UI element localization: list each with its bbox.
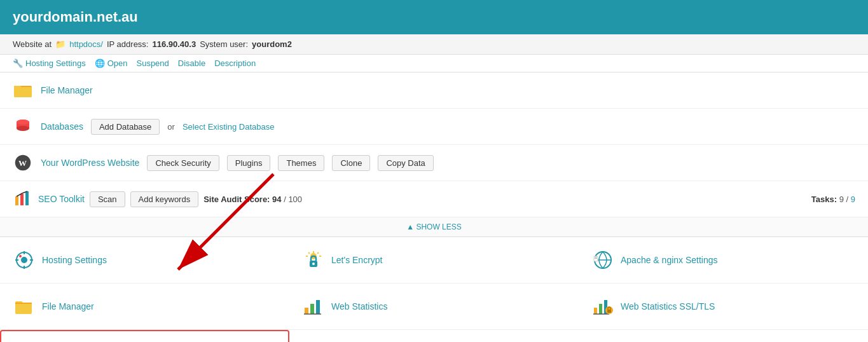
svg-rect-31 [595,258,597,259]
wordpress-icon: W [13,153,33,173]
tasks-info: Tasks: 9 / 9 [811,195,855,204]
web-statistics-ssl-label: Web Statistics SSL/TLS [621,301,715,311]
web-statistics-item[interactable]: Web Statistics [289,284,579,330]
svg-rect-16 [15,259,18,261]
header: yourdomain.net.au [0,0,868,34]
svg-rect-17 [30,259,33,261]
show-less-label: SHOW LESS [416,222,461,231]
svg-rect-38 [599,304,602,314]
hosting-settings-nav[interactable]: 🔧 Hosting Settings [13,58,86,68]
apache-nginx-label: Apache & nginx Settings [621,255,718,265]
httpdocs-link[interactable]: httpdocs/ [69,39,103,49]
svg-rect-35 [316,300,320,314]
main-content: File Manager Databases Add Database or S… [0,72,868,342]
scan-button[interactable]: Scan [90,191,125,207]
show-less-bar[interactable]: ▲ SHOW LESS [0,217,868,237]
database-icon [13,116,33,137]
seo-row: SEO Toolkit Scan Add keywords Site Audit… [0,181,868,217]
or-label: or [167,122,175,132]
ssl-tls-item[interactable]: SSL/TLS Certificates [0,330,289,342]
select-existing-database-link[interactable]: Select Existing Database [183,122,275,132]
folder-icon [13,80,33,100]
file-manager-2-label: File Manager [42,301,94,311]
website-importing-item[interactable]: Website Importing [579,330,868,342]
seo-toolkit-link[interactable]: SEO Toolkit [38,194,85,204]
open-nav-label: Open [107,58,128,68]
description-nav-label: Description [214,58,256,68]
ip-value: 116.90.40.3 [152,39,196,49]
folder2-icon [13,295,36,318]
svg-point-4 [17,126,29,131]
file-manager-2-item[interactable]: File Manager [0,284,289,330]
open-icon: 🌐 [95,58,105,68]
clone-button[interactable]: Clone [332,155,370,171]
stats-ssl-icon [591,295,614,318]
add-database-button[interactable]: Add Database [91,119,160,135]
svg-rect-42 [607,310,611,313]
svg-text:W: W [18,158,27,168]
svg-rect-34 [310,304,314,314]
databases-row: Databases Add Database or Select Existin… [0,109,868,145]
site-title: yourdomain.net.au [13,9,138,25]
apache-icon [591,249,614,271]
system-user-label: System user: [200,39,248,49]
show-less-arrow: ▲ [406,222,414,231]
wordpress-link[interactable]: Your WordPress Website [41,158,139,168]
web-app-firewall-item[interactable]: Web Application Firewall [289,330,579,342]
lets-encrypt-item[interactable]: Let's Encrypt [289,237,579,284]
disable-nav-label: Disable [178,58,205,68]
system-user-value: yourdom2 [252,39,292,49]
svg-rect-30 [595,257,597,257]
copy-data-button[interactable]: Copy Data [378,155,433,171]
suspend-nav[interactable]: Suspend [136,58,169,68]
svg-rect-11 [25,191,29,205]
wordpress-row: W Your WordPress Website Check Security … [0,145,868,181]
svg-rect-15 [24,266,25,269]
stats-icon [302,295,325,318]
hosting-settings-item[interactable]: Hosting Settings [0,237,289,284]
svg-rect-33 [305,308,308,314]
hosting-settings-label: Hosting Settings [42,255,107,265]
file-manager-link[interactable]: File Manager [41,85,93,95]
grid-section: Hosting Settings Let's Encrypt [0,237,868,342]
file-manager-row: File Manager [0,72,868,109]
hosting-settings-nav-label: Hosting Settings [25,58,86,68]
svg-line-21 [317,252,319,254]
databases-link[interactable]: Databases [41,121,83,132]
gear-icon: 🔧 [13,58,23,68]
plugins-button[interactable]: Plugins [227,155,271,171]
svg-point-13 [21,257,27,263]
suspend-nav-label: Suspend [136,58,169,68]
disable-nav[interactable]: Disable [178,58,205,68]
nav-bar: 🔧 Hosting Settings 🌐 Open Suspend Disabl… [0,55,868,72]
tasks-link[interactable]: 9 [851,195,855,204]
svg-rect-10 [20,194,24,205]
check-security-button[interactable]: Check Security [147,155,219,171]
folder-small-icon: 📁 [55,39,65,49]
seo-icon [13,189,33,209]
svg-rect-14 [24,251,25,254]
web-statistics-label: Web Statistics [331,301,387,311]
subheader: Website at 📁 httpdocs/ IP address: 116.9… [0,34,868,55]
description-nav[interactable]: Description [214,58,256,68]
svg-point-26 [312,263,315,265]
apache-nginx-item[interactable]: Apache & nginx Settings [579,237,868,284]
web-statistics-ssl-item[interactable]: Web Statistics SSL/TLS [579,284,868,330]
ip-label: IP address: [107,39,149,49]
lets-encrypt-label: Let's Encrypt [331,255,383,265]
themes-button[interactable]: Themes [278,155,324,171]
svg-line-23 [308,252,310,254]
svg-rect-32 [15,303,32,304]
website-at-label: Website at [13,39,52,49]
open-nav[interactable]: 🌐 Open [95,58,128,68]
add-keywords-button[interactable]: Add keywords [130,191,199,207]
hosting-icon [13,249,36,271]
svg-rect-37 [594,308,597,314]
svg-point-5 [17,120,29,125]
score-info: Site Audit Score: 94 / 100 [203,195,302,204]
svg-rect-9 [15,196,18,205]
svg-point-18 [19,255,22,257]
encrypt-icon [302,249,325,271]
